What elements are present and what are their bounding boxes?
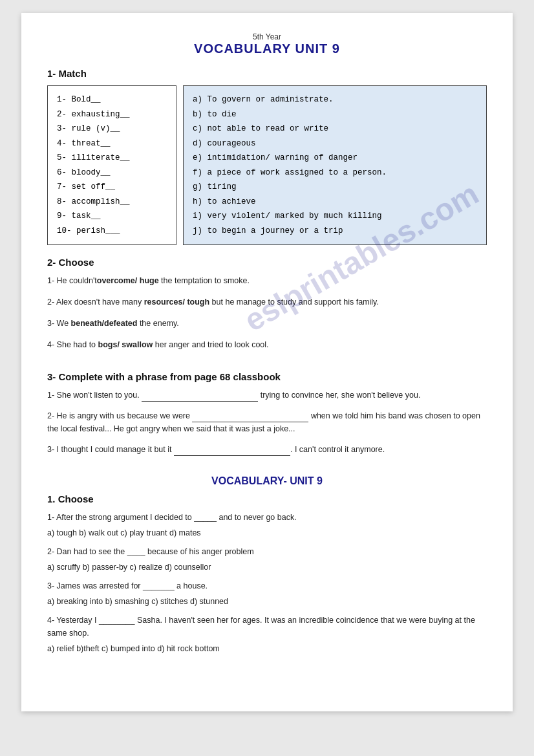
match-container: 1- Bold__2- exhausting__3- rule (v)__4- … xyxy=(47,85,487,245)
complete-line: 1- She won't listen to you. trying to co… xyxy=(47,389,487,402)
question-options: a) tough b) walk out c) play truant d) m… xyxy=(47,528,487,537)
match-left-item: 1- Bold__ xyxy=(57,92,167,107)
section-vocab-choose: 1. Choose 1- After the strong argument I… xyxy=(47,493,487,653)
match-left-item: 5- illiterate__ xyxy=(57,151,167,166)
match-right-item: j) to begin a journey or a trip xyxy=(193,224,477,239)
choose-line: 3- We beneath/defeated the enemy. xyxy=(47,317,487,330)
question-options: a) breaking into b) smashing c) stitches… xyxy=(47,597,487,606)
bold-option: bogs/ swallow xyxy=(98,340,153,349)
page: eslprintables.com 5th Year VOCABULARY UN… xyxy=(21,13,513,711)
section1-title: 1- Match xyxy=(47,68,487,79)
match-right-item: d) courageous xyxy=(193,136,477,151)
line-number: 1- xyxy=(47,276,57,285)
match-right-item: a) To govern or administrate. xyxy=(193,92,477,107)
match-left-item: 6- bloody__ xyxy=(57,166,167,180)
fill-blank xyxy=(192,413,308,422)
match-right-item: h) to achieve xyxy=(193,195,477,210)
choose-line: 2- Alex doesn't have many resources/ tou… xyxy=(47,296,487,308)
match-left-item: 7- set off__ xyxy=(57,180,167,195)
line-number: 2- xyxy=(47,297,56,307)
choose-line: 1- He couldn'tovercome/ huge the temptat… xyxy=(47,274,487,287)
question-text: 3- James was arrested for _______ a hous… xyxy=(47,579,487,592)
fill-blank xyxy=(142,393,258,402)
question-text: 1- After the strong argument I decided t… xyxy=(47,511,487,524)
vocab-question: 2- Dan had to see the ____ because of hi… xyxy=(47,545,487,572)
match-right-item: g) tiring xyxy=(193,180,477,195)
match-right-item: i) very violent/ marked by much killing xyxy=(193,209,477,224)
bold-option: overcome/ huge xyxy=(97,276,159,285)
match-left-item: 3- rule (v)__ xyxy=(57,122,167,136)
header: 5th Year VOCABULARY UNIT 9 xyxy=(47,32,487,56)
vocab-question: 4- Yesterday I ________ Sasha. I haven't… xyxy=(47,614,487,653)
section3-title: 3- Complete with a phrase from page 68 c… xyxy=(47,371,487,382)
match-right: a) To govern or administrate.b) to diec)… xyxy=(183,85,487,245)
match-right-item: c) not able to read or write xyxy=(193,122,477,136)
line-number: 4- xyxy=(47,340,57,349)
match-right-item: b) to die xyxy=(193,107,477,122)
match-left: 1- Bold__2- exhausting__3- rule (v)__4- … xyxy=(47,85,176,245)
match-left-item: 10- perish___ xyxy=(57,224,167,239)
section4-title: 1. Choose xyxy=(47,493,487,504)
bold-option: resources/ tough xyxy=(144,297,209,307)
match-left-item: 9- task__ xyxy=(57,209,167,224)
complete-line: 3- I thought I could manage it but it . … xyxy=(47,443,487,456)
question-text: 2- Dan had to see the ____ because of hi… xyxy=(47,545,487,558)
divider-title: VOCABULARY- UNIT 9 xyxy=(47,475,487,487)
match-left-item: 8- accomplish__ xyxy=(57,195,167,210)
vocab-question: 1- After the strong argument I decided t… xyxy=(47,511,487,537)
bold-option: beneath/defeated xyxy=(71,319,138,328)
choose-line: 4- She had to bogs/ swallow her anger an… xyxy=(47,338,487,351)
question-text: 4- Yesterday I ________ Sasha. I haven't… xyxy=(47,614,487,640)
line-number: 2- xyxy=(47,411,57,420)
line-number: 1- xyxy=(47,391,57,400)
match-right-item: f) a piece of work assigned to a person. xyxy=(193,166,477,180)
question-options: a) scruffy b) passer-by c) realize d) co… xyxy=(47,563,487,572)
match-left-item: 2- exhausting__ xyxy=(57,107,167,122)
section-choose: 2- Choose 1- He couldn'tovercome/ huge t… xyxy=(47,257,487,360)
question-options: a) relief b)theft c) bumped into d) hit … xyxy=(47,644,487,653)
line-number: 3- xyxy=(47,319,57,328)
section2-title: 2- Choose xyxy=(47,257,487,268)
vocab-question: 3- James was arrested for _______ a hous… xyxy=(47,579,487,606)
line-number: 3- xyxy=(47,445,57,454)
match-left-item: 4- threat__ xyxy=(57,136,167,151)
subtitle: 5th Year xyxy=(47,32,487,41)
match-right-item: e) intimidation/ warning of danger xyxy=(193,151,477,166)
section-complete: 3- Complete with a phrase from page 68 c… xyxy=(47,371,487,464)
page-title: VOCABULARY UNIT 9 xyxy=(47,41,487,56)
complete-line: 2- He is angry with us because we were w… xyxy=(47,409,487,435)
section-match: 1- Match 1- Bold__2- exhausting__3- rule… xyxy=(47,68,487,245)
fill-blank xyxy=(174,447,290,456)
